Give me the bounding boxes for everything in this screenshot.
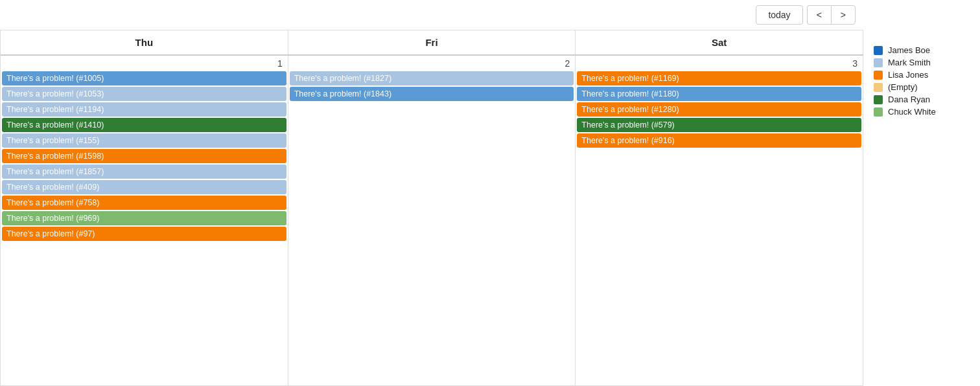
- event-1857[interactable]: There's a problem! (#1857): [2, 165, 286, 179]
- legend-label-mark-smith: Mark Smith: [888, 58, 931, 67]
- event-409[interactable]: There's a problem! (#409): [2, 180, 286, 194]
- event-1005[interactable]: There's a problem! (#1005): [2, 71, 286, 85]
- calendar-grid: Thu Fri Sat 1 There's a problem! (#1005)…: [0, 30, 863, 386]
- legend-mark-smith: Mark Smith: [874, 58, 970, 67]
- header-thu: Thu: [1, 30, 288, 54]
- event-916[interactable]: There's a problem! (#916): [577, 133, 861, 148]
- event-1194[interactable]: There's a problem! (#1194): [2, 102, 286, 117]
- day-sat: 3 There's a problem! (#1169) There's a p…: [576, 56, 863, 386]
- event-1053[interactable]: There's a problem! (#1053): [2, 87, 286, 101]
- legend-swatch-empty: [874, 83, 883, 92]
- legend-swatch-mark-smith: [874, 58, 883, 67]
- legend-swatch-lisa-jones: [874, 71, 883, 80]
- legend-swatch-chuck-white: [874, 108, 883, 117]
- event-1280[interactable]: There's a problem! (#1280): [577, 102, 861, 117]
- day-number-sat: 3: [577, 57, 861, 71]
- legend-lisa-jones: Lisa Jones: [874, 70, 970, 80]
- event-1169[interactable]: There's a problem! (#1169): [577, 71, 861, 85]
- header-sat: Sat: [576, 30, 863, 54]
- toolbar: today < >: [0, 0, 863, 30]
- event-97[interactable]: There's a problem! (#97): [2, 227, 286, 241]
- legend-dana-ryan: Dana Ryan: [874, 95, 970, 104]
- event-1180[interactable]: There's a problem! (#1180): [577, 87, 861, 101]
- day-number-fri: 2: [290, 57, 574, 71]
- legend-label-empty: (Empty): [888, 82, 918, 92]
- day-thu: 1 There's a problem! (#1005) There's a p…: [1, 56, 288, 386]
- event-579[interactable]: There's a problem! (#579): [577, 118, 861, 132]
- day-fri: 2 There's a problem! (#1827) There's a p…: [288, 56, 576, 386]
- calendar-body: 1 There's a problem! (#1005) There's a p…: [1, 56, 863, 386]
- event-758[interactable]: There's a problem! (#758): [2, 196, 286, 210]
- day-number-thu: 1: [2, 57, 286, 71]
- calendar-header: Thu Fri Sat: [1, 30, 863, 56]
- legend-label-james-boe: James Boe: [888, 45, 930, 55]
- event-1410[interactable]: There's a problem! (#1410): [2, 118, 286, 132]
- event-1843[interactable]: There's a problem! (#1843): [290, 87, 574, 101]
- event-1827[interactable]: There's a problem! (#1827): [290, 71, 574, 85]
- legend-label-chuck-white: Chuck White: [888, 107, 936, 117]
- legend: James Boe Mark Smith Lisa Jones (Empty) …: [863, 0, 980, 386]
- legend-label-dana-ryan: Dana Ryan: [888, 95, 930, 104]
- next-button[interactable]: >: [831, 5, 856, 25]
- header-fri: Fri: [288, 30, 576, 54]
- legend-label-lisa-jones: Lisa Jones: [888, 70, 928, 80]
- event-969[interactable]: There's a problem! (#969): [2, 211, 286, 225]
- legend-swatch-james-boe: [874, 46, 883, 55]
- legend-swatch-dana-ryan: [874, 95, 883, 104]
- today-button[interactable]: today: [756, 5, 802, 25]
- nav-group: < >: [807, 5, 856, 25]
- legend-chuck-white: Chuck White: [874, 107, 970, 117]
- event-1598[interactable]: There's a problem! (#1598): [2, 149, 286, 163]
- legend-empty: (Empty): [874, 82, 970, 92]
- prev-button[interactable]: <: [807, 5, 831, 25]
- event-155[interactable]: There's a problem! (#155): [2, 133, 286, 148]
- legend-james-boe: James Boe: [874, 45, 970, 55]
